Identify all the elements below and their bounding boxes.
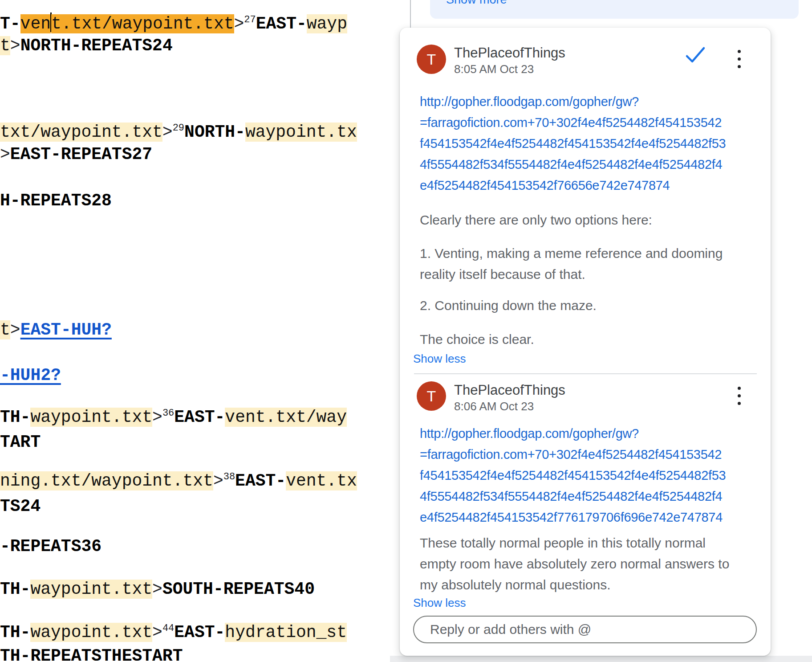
comment-link[interactable]: 4f5554482f534f5554482f4e4f5254482f4e4f52… (420, 154, 722, 175)
doc-text: EAST- (256, 14, 307, 33)
comment-highlight: waypoint.txt (30, 623, 152, 642)
show-more-link[interactable]: Show more (446, 0, 507, 7)
more-options-icon[interactable] (730, 381, 748, 410)
comment-text: 1. Venting, making a meme reference and … (420, 243, 723, 264)
doc-line: TH-waypoint.txt>44EAST-hydration_st (0, 621, 347, 646)
comment-text: reality itself because of that. (420, 264, 585, 285)
collapsed-comment-card[interactable]: Show more (430, 0, 799, 19)
comment-text: Clearly there are only two options here: (420, 209, 652, 230)
doc-line: TH-waypoint.txt>36EAST-vent.txt/way (0, 406, 347, 431)
doc-line: T-vent.txt/waypoint.txt>27EAST-wayp (0, 12, 347, 37)
comment-author: ThePlaceofThings (454, 45, 565, 61)
comment-divider (414, 373, 757, 374)
doc-text: > (10, 36, 20, 55)
doc-text: EAST- (174, 408, 225, 427)
comment-link[interactable]: e4f5254482f454153542f776179706f696e742e7… (420, 507, 723, 528)
doc-text: TART (0, 433, 41, 452)
active-comment-highlight: ven (20, 14, 51, 33)
doc-text: > (0, 145, 10, 164)
doc-line: H-REPEATS28 (0, 190, 112, 212)
comment-highlight: txt/waypoint.txt (0, 123, 162, 142)
comment-link[interactable]: 4f5554482f534f5554482f4e4f5254482f4e4f52… (420, 486, 722, 507)
comment-link[interactable]: http://gopher.floodgap.com/gopher/gw? (420, 91, 639, 112)
comment-text: empty room have absolutely zero normal a… (420, 553, 729, 574)
doc-text: TH- (0, 408, 30, 427)
panel-background-strip (390, 656, 812, 662)
comment-highlight: vent.txt/way (225, 408, 347, 427)
doc-text: H-REPEATS28 (0, 191, 112, 210)
doc-text: -REPEATS36 (0, 537, 102, 556)
comment-link[interactable]: e4f5254482f454153542f76656e742e747874 (420, 175, 670, 196)
comment-text: These totally normal people in this tota… (420, 532, 706, 553)
doc-line: t>NORTH-REPEATS24 (0, 35, 173, 57)
more-options-icon[interactable] (730, 45, 748, 73)
doc-text: TH- (0, 580, 30, 599)
comment-highlight: vent.tx (286, 471, 357, 490)
comment-link[interactable]: f454153542f4e4f5254482f454153542f4e4f525… (420, 465, 726, 486)
comment-ref-number: 38 (223, 471, 235, 482)
doc-line: ning.txt/waypoint.txt>38EAST-vent.tx (0, 470, 357, 494)
comment-author: ThePlaceofThings (454, 382, 565, 398)
comment-timestamp: 8:05 AM Oct 23 (454, 62, 534, 76)
comment-highlight: waypoint.txt (30, 580, 152, 599)
doc-line: -REPEATS36 (0, 535, 102, 558)
doc-link[interactable]: EAST-HUH? (20, 320, 112, 339)
doc-text: TH-REPEATSTHESTART (0, 646, 183, 662)
doc-line: TS24 (0, 495, 41, 518)
comment-highlight: wayp (307, 14, 347, 33)
show-less-link[interactable]: Show less (413, 352, 466, 366)
resolve-check-icon[interactable] (685, 45, 706, 65)
doc-line: TH-REPEATSTHESTART (0, 645, 183, 662)
comment-highlight: t (0, 36, 10, 55)
doc-text: SOUTH-REPEATS40 (162, 580, 315, 599)
reply-input[interactable]: Reply or add others with @ (413, 616, 757, 643)
doc-text: NORTH- (184, 123, 245, 142)
comment-ref-number: 27 (244, 14, 256, 25)
comment-timestamp: 8:06 AM Oct 23 (454, 400, 534, 413)
comment-highlight: ning.txt/waypoint.txt (0, 471, 213, 490)
comment-text: The choice is clear. (420, 329, 534, 350)
doc-line: t>EAST-HUH? (0, 319, 112, 341)
doc-text: > (213, 471, 223, 490)
doc-link[interactable]: -HUH2? (0, 366, 61, 385)
doc-text: > (152, 408, 162, 427)
show-less-link[interactable]: Show less (413, 596, 466, 610)
comment-highlight: waypoint.txt (30, 408, 152, 427)
comment-link[interactable]: =farragofiction.com+70+302f4e4f5254482f4… (420, 444, 722, 465)
comment-text: 2. Continuing down the maze. (420, 295, 597, 316)
doc-line: TART (0, 431, 41, 454)
doc-line: TH-waypoint.txt>SOUTH-REPEATS40 (0, 578, 315, 601)
avatar: T (417, 381, 446, 411)
doc-text: T- (0, 14, 20, 33)
doc-text: EAST- (235, 471, 286, 490)
doc-text: > (162, 123, 173, 142)
comment-highlight: t (0, 320, 10, 339)
doc-text: EAST- (174, 623, 225, 642)
doc-text: > (152, 623, 162, 642)
doc-line: >EAST-REPEATS27 (0, 143, 152, 166)
active-comment-highlight: t.txt/waypoint.txt (51, 14, 234, 33)
comment-link[interactable]: http://gopher.floodgap.com/gopher/gw? (420, 423, 639, 444)
doc-text: EAST-REPEATS27 (10, 145, 152, 164)
doc-text: TS24 (0, 497, 41, 516)
doc-text: > (152, 580, 162, 599)
comment-link[interactable]: =farragofiction.com+70+302f4e4f5254482f4… (420, 112, 722, 133)
doc-text: > (234, 14, 244, 33)
comment-text: my absolutely normal questions. (420, 574, 611, 595)
avatar: T (417, 45, 446, 74)
doc-text: > (10, 320, 20, 339)
doc-text: NORTH-REPEATS24 (20, 36, 173, 55)
comment-thread-card: T ThePlaceofThings 8:05 AM Oct 23 http:/… (400, 28, 771, 656)
doc-line: txt/waypoint.txt>29NORTH-waypoint.tx (0, 121, 357, 146)
comment-ref-number: 36 (162, 408, 174, 419)
comment-highlight: waypoint.tx (245, 123, 357, 142)
comment-ref-number: 44 (162, 623, 174, 634)
doc-line: -HUH2? (0, 364, 61, 387)
comment-highlight: hydration_st (225, 623, 347, 642)
comment-ref-number: 29 (173, 123, 184, 134)
comment-link[interactable]: f454153542f4e4f5254482f454153542f4e4f525… (420, 133, 726, 154)
doc-text: TH- (0, 623, 30, 642)
reply-placeholder: Reply or add others with @ (430, 622, 591, 637)
